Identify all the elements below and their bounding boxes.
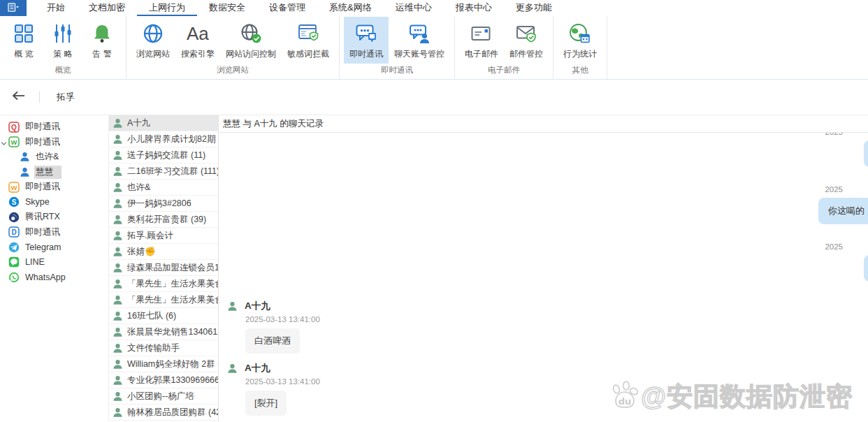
green-user-icon [113,391,123,402]
message-timestamp: 2025 [825,242,868,251]
menu-tab-数据安全[interactable]: 数据安全 [197,0,257,16]
sidebar-item-WhatsApp[interactable]: WhatsApp [0,270,108,285]
sidebar-item-即时通讯[interactable]: D即时通讯 [0,225,108,240]
mail-control-icon [515,23,537,44]
ribbon-group-label: 电子邮件 [455,64,553,79]
contact-row[interactable]: 绿森果品加盟连锁会员13... [109,260,218,276]
contact-row[interactable]: 张婧✊ [109,244,218,260]
ribbon-button-行为统计[interactable]: 行为统计 [558,17,602,64]
contact-row[interactable]: 奥利花开富贵群 (39) [109,212,218,228]
menu-bar: 开始文档加密上网行为数据安全设备管理系统&网络运维中心报表中心更多功能 [0,0,868,16]
sidebar-item-label: Skype [24,196,58,208]
ribbon-button-浏览网站[interactable]: 浏览网站 [131,17,175,64]
contact-row[interactable]: 翰林雅居品质团购群 (420) [109,405,218,421]
sidebar-item-即时通讯[interactable]: Q即时通讯 [0,119,108,135]
back-button[interactable] [11,91,25,103]
green-user-icon [113,247,123,257]
ribbon-group-buttons: 概 览策 略告 警 [0,16,126,64]
sidebar-item-label: 也许& [34,150,67,163]
contact-row[interactable]: 二16班学习交流群 (111) [109,163,218,180]
ribbon-button-label: 即时通讯 [349,48,383,60]
sidebar-item-即时通讯[interactable]: W即时通讯 [0,180,108,195]
menu-tab-运维中心[interactable]: 运维中心 [384,0,444,16]
sidebar-item-也许&[interactable]: 也许& [0,150,108,165]
sidebar-item-label: 慧慧 [34,166,62,179]
telegram-icon [8,242,20,253]
green-user-icon [227,301,238,312]
contact-row[interactable]: 也许& [109,180,218,196]
ribbon-button-敏感词拦截[interactable]: 敏感词拦截 [282,17,335,64]
user-icon [20,167,30,177]
message-sender-name: A十九 [245,300,270,312]
ribbon-button-策略[interactable]: 策 略 [43,17,82,64]
ribbon-button-搜索引擎[interactable]: Aa搜索引擎 [175,17,220,64]
contact-row[interactable]: 文件传输助手 [109,340,218,356]
wecom-icon: W [8,182,20,193]
message-timestamp: 2025 [825,185,868,194]
menu-tab-上网行为[interactable]: 上网行为 [137,0,197,16]
contact-row[interactable]: 张晨晨华龙销售13406127... [109,324,218,340]
sidebar-item-label: Telegram [24,242,69,253]
message-outgoing: 2025昨晚 [227,242,868,282]
green-user-icon [113,295,123,305]
ribbon-group-其他: 行为统计其他 [554,16,607,79]
menu-tab-报表中心[interactable]: 报表中心 [444,0,504,16]
sidebar-item-Skype[interactable]: SSkype [0,195,108,210]
sidebar-item-即时通讯[interactable]: W即时通讯 [0,135,108,150]
contact-label: 送子妈妈交流群 (11) [127,150,205,161]
behavior-stats-icon [569,23,591,44]
green-user-icon [113,343,123,354]
ribbon-button-label: 概 览 [14,48,33,60]
contact-row[interactable]: 「果先生」生活水果美食3... [109,276,218,292]
contact-row[interactable]: 「果先生」生活水果美食3... [109,292,218,308]
contact-row[interactable]: 16班七队 (6) [109,308,218,324]
ribbon-button-概览[interactable]: 概 览 [4,17,43,64]
contact-row[interactable]: 小区团购--杨广培 [109,388,218,405]
contact-label: 绿森果品加盟连锁会员13... [127,262,218,274]
contact-row[interactable]: 小儿脾胃养成计划82期 (120) [109,131,218,147]
green-user-icon [113,311,123,321]
menu-tab-开始[interactable]: 开始 [35,0,77,16]
sidebar-item-label: 即时通讯 [24,120,68,133]
contact-label: 小区团购--杨广培 [127,391,194,402]
green-user-icon [113,327,123,337]
contact-label: William妈全球好物 2群 (5... [127,358,218,370]
message-bubble: 你这喝的，明天 [818,198,868,224]
ribbon-button-聊天账号管控[interactable]: 聊天账号管控 [389,17,450,64]
email-icon [470,23,493,44]
menu-tab-系统&网络[interactable]: 系统&网络 [317,0,384,16]
contact-row[interactable]: 送子妈妈交流群 (11) [109,147,218,163]
sidebar-item-腾讯RTX[interactable]: 腾讯RTX [0,210,108,225]
message-sender-row: A十九 [227,300,868,312]
ribbon-button-电子邮件[interactable]: 电子邮件 [459,17,504,64]
ribbon-button-即时通讯[interactable]: 即时通讯 [344,17,389,64]
contact-row[interactable]: A十九 [109,115,218,131]
app-menu-icon [8,2,20,15]
chat-panel: 慧慧 与 A十九 的聊天记录 2025正常2025你这喝的，明天2025昨晚A十… [219,115,868,421]
svg-text:Aa: Aa [187,23,209,44]
ribbon-button-邮件管控[interactable]: 邮件管控 [504,17,549,64]
ribbon-button-告警[interactable]: 告 警 [82,17,122,64]
menu-tab-文档加密[interactable]: 文档加密 [77,0,137,16]
sidebar-item-慧慧[interactable]: 慧慧 [0,165,108,180]
app-menu-button[interactable] [0,0,27,16]
menu-tab-设备管理[interactable]: 设备管理 [257,0,317,16]
green-user-icon [113,279,123,289]
sidebar-item-Telegram[interactable]: Telegram [0,240,108,255]
ribbon-button-网站访问控制[interactable]: 网站访问控制 [220,17,282,64]
menu-tab-更多功能[interactable]: 更多功能 [504,0,564,16]
message-timestamp: 2025-03-13 13:41:00 [245,377,868,386]
overview-grid-icon [13,23,34,44]
message-bubble: 昨晚 [864,255,868,282]
ribbon-button-label: 邮件管控 [509,48,543,60]
chevron-down-icon[interactable] [1,139,7,149]
contact-row[interactable]: 伊一妈妈3#2806 [109,196,218,212]
svg-text:W: W [11,184,17,191]
contact-row[interactable]: 拓孚.顾会计 [109,228,218,244]
sidebar-item-LINE[interactable]: LINE [0,255,108,270]
contact-label: 奥利花开富贵群 (39) [127,214,206,226]
contact-row[interactable]: William妈全球好物 2群 (5... [109,356,218,372]
contact-row[interactable]: 专业化郭果13309696668 [109,372,218,388]
im-chat-icon [355,23,377,44]
svg-text:S: S [12,198,17,206]
